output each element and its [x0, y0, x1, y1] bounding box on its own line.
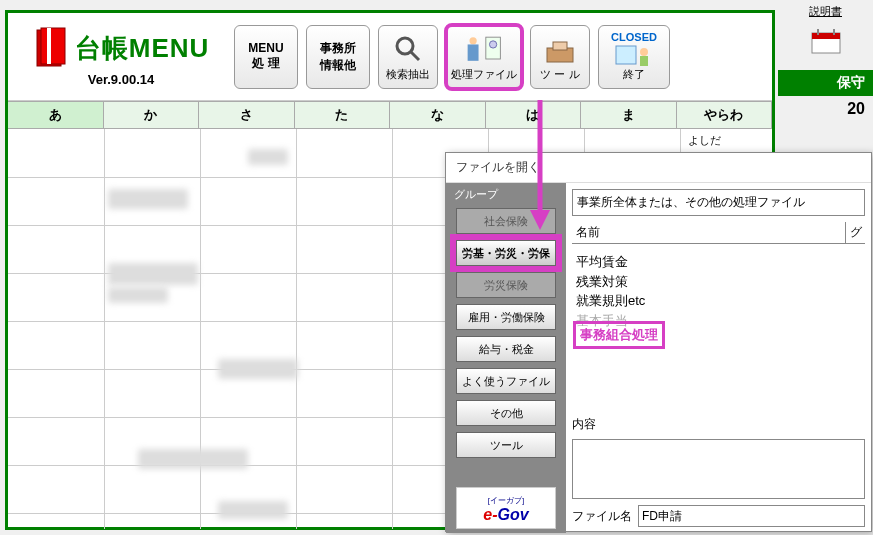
col-group: グ [845, 222, 865, 243]
svg-rect-13 [640, 56, 648, 66]
magnifier-icon [388, 31, 428, 67]
search-button[interactable]: 検索抽出 [378, 25, 438, 89]
maintenance-label: 保守 [778, 70, 873, 96]
dialog-title: ファイルを開く [446, 153, 871, 183]
group-frequent-files[interactable]: よく使うファイル [456, 368, 556, 394]
file-item-highlighted[interactable]: 事務組合処理 [576, 324, 662, 346]
group-other[interactable]: その他 [456, 400, 556, 426]
group-tools[interactable]: ツール [456, 432, 556, 458]
group-labor-standards[interactable]: 労基・労災・労保 [456, 240, 556, 266]
kana-tab-ma[interactable]: ま [581, 102, 677, 128]
svg-point-6 [489, 41, 496, 48]
logo-block: 台帳MENU Ver.9.00.14 [16, 26, 226, 87]
svg-point-12 [640, 48, 648, 56]
kana-tab-ka[interactable]: か [104, 102, 200, 128]
calendar-icon[interactable] [778, 27, 873, 58]
app-title: 台帳MENU [75, 31, 210, 66]
kana-tab-sa[interactable]: さ [199, 102, 295, 128]
file-item[interactable]: 残業対策 [576, 272, 861, 292]
context-description: 事業所全体または、その他の処理ファイル [572, 189, 865, 216]
office-info-button[interactable]: 事務所 情報他 [306, 25, 370, 89]
tool-button[interactable]: ツ ー ル [530, 25, 590, 89]
version-label: Ver.9.00.14 [88, 72, 155, 87]
svg-rect-10 [553, 42, 567, 50]
kana-tab-a[interactable]: あ [8, 102, 104, 128]
svg-rect-11 [616, 46, 636, 64]
file-item[interactable]: 平均賃金 [576, 252, 861, 272]
list-header: 名前 グ [572, 222, 865, 244]
egov-button[interactable]: [イーガブ] e-Gov [456, 487, 556, 529]
svg-rect-2 [47, 28, 51, 64]
toolbox-icon [540, 31, 580, 67]
svg-rect-15 [812, 33, 840, 39]
person-file-icon [464, 31, 504, 67]
group-panel: グループ 社会保険 労基・労災・労保 労災保険 雇用・労働保険 給与・税金 よく… [446, 183, 566, 533]
manual-link[interactable]: 説明書 [778, 0, 873, 23]
kana-tabs: あ か さ た な は ま やらわ [8, 101, 772, 129]
file-list[interactable]: 平均賃金 残業対策 就業規則etc 基本手当 事務組合処理 [572, 250, 865, 348]
year-value: 20 [778, 96, 873, 122]
filename-input[interactable] [638, 505, 865, 527]
toolbar: 台帳MENU Ver.9.00.14 MENU 処 理 事務所 情報他 検索抽出 [8, 13, 772, 101]
svg-line-4 [411, 52, 419, 60]
closed-label: CLOSED [611, 31, 657, 43]
file-item[interactable]: 就業規則etc [576, 291, 861, 311]
group-payroll-tax[interactable]: 給与・税金 [456, 336, 556, 362]
exit-icon [614, 43, 654, 67]
svg-marker-19 [530, 210, 550, 230]
group-workers-comp[interactable]: 労災保険 [456, 272, 556, 298]
kana-tab-ta[interactable]: た [295, 102, 391, 128]
svg-point-3 [397, 38, 413, 54]
content-label: 内容 [572, 416, 865, 433]
exit-button[interactable]: CLOSED 終了 [598, 25, 670, 89]
kana-tab-na[interactable]: な [390, 102, 486, 128]
process-file-button[interactable]: 処理ファイル [446, 25, 522, 89]
svg-rect-8 [468, 44, 479, 60]
kana-tab-yarawa[interactable]: やらわ [677, 102, 773, 128]
menu-process-button[interactable]: MENU 処 理 [234, 25, 298, 89]
annotation-arrow-icon [530, 100, 550, 230]
grid-cell-text: よしだ [688, 133, 721, 148]
svg-rect-1 [41, 28, 65, 64]
svg-point-7 [469, 37, 476, 44]
col-name: 名前 [572, 222, 845, 243]
ledger-icon [33, 26, 69, 70]
file-list-panel: 事業所全体または、その他の処理ファイル 名前 グ 平均賃金 残業対策 就業規則e… [566, 183, 871, 533]
filename-label: ファイル名 [572, 508, 632, 525]
group-panel-label: グループ [446, 187, 498, 202]
file-open-dialog: ファイルを開く グループ 社会保険 労基・労災・労保 労災保険 雇用・労働保険 … [445, 152, 872, 532]
content-box [572, 439, 865, 499]
group-employment-insurance[interactable]: 雇用・労働保険 [456, 304, 556, 330]
